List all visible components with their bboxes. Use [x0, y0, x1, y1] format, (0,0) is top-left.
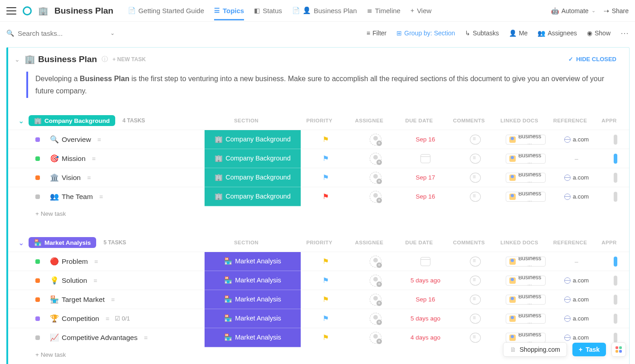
- doc-chip[interactable]: Business ...: [506, 295, 546, 305]
- new-task-pill[interactable]: + Task: [572, 343, 606, 356]
- docs-cell[interactable]: Business ...: [500, 135, 551, 145]
- col-priority[interactable]: PRIORITY: [294, 240, 344, 245]
- chevron-down-icon[interactable]: ⌄: [110, 30, 115, 36]
- priority-cell[interactable]: ⚑: [301, 135, 351, 144]
- due-cell[interactable]: Sep 16: [401, 136, 450, 143]
- ref-cell[interactable]: a.com: [551, 193, 602, 200]
- view-timeline[interactable]: ≣ Timeline: [367, 7, 401, 20]
- comments-cell[interactable]: [450, 173, 500, 183]
- assignee-cell[interactable]: [351, 191, 401, 203]
- section-cell[interactable]: 🏪 Market Analysis: [205, 252, 301, 271]
- section-cell[interactable]: 🏪 Market Analysis: [205, 309, 301, 328]
- section-cell[interactable]: 🏢 Company Background: [205, 168, 301, 187]
- task-name[interactable]: Solution: [62, 277, 87, 285]
- doc-chip[interactable]: Business ...: [506, 276, 546, 286]
- due-cell[interactable]: 5 days ago: [401, 315, 450, 322]
- due-cell[interactable]: [401, 257, 450, 266]
- reference-chip[interactable]: a.com: [564, 334, 589, 341]
- view-status[interactable]: ◧ Status: [254, 7, 282, 20]
- reference-chip[interactable]: a.com: [564, 136, 589, 143]
- appr-cell[interactable]: [602, 314, 629, 324]
- view-getting-started[interactable]: 📄 Getting Started Guide: [128, 7, 204, 20]
- task-name[interactable]: Problem: [62, 257, 88, 266]
- task-row[interactable]: 🏛️ Vision ≡ 🏢 Company Background ⚑ Sep 1…: [8, 168, 629, 187]
- appr-cell[interactable]: [602, 173, 629, 183]
- assignee-cell[interactable]: [351, 332, 401, 344]
- comments-cell[interactable]: [450, 276, 500, 286]
- ref-cell[interactable]: a.com: [551, 277, 602, 284]
- comments-cell[interactable]: [450, 257, 500, 267]
- groupby-button[interactable]: ⊞Group by: Section: [396, 29, 455, 37]
- due-date[interactable]: Sep 16: [416, 296, 435, 303]
- task-name[interactable]: Competitive Advantages: [62, 334, 137, 342]
- status-indicator[interactable]: [35, 278, 40, 283]
- ref-cell[interactable]: a.com: [551, 334, 602, 341]
- due-date[interactable]: 4 days ago: [410, 334, 440, 341]
- doc-chip[interactable]: Business ...: [506, 154, 546, 164]
- col-due[interactable]: DUE DATE: [394, 240, 444, 245]
- col-comments[interactable]: COMMENTS: [444, 240, 494, 245]
- group-chip[interactable]: 🏢 Company Background: [29, 115, 115, 126]
- ref-cell[interactable]: –: [551, 155, 602, 162]
- due-date[interactable]: Sep 16: [416, 193, 435, 200]
- description-icon[interactable]: ≡: [87, 174, 91, 181]
- col-section[interactable]: SECTION: [198, 240, 294, 245]
- task-name[interactable]: Target Market: [62, 296, 105, 304]
- doc-chip[interactable]: Business ...: [506, 314, 546, 324]
- docs-cell[interactable]: Business ...: [500, 257, 551, 267]
- assignees-button[interactable]: 👥Assignees: [537, 29, 577, 37]
- doc-chip[interactable]: Business ...: [506, 333, 546, 343]
- section-cell[interactable]: 🏪 Market Analysis: [205, 290, 301, 309]
- search-input[interactable]: [18, 29, 90, 37]
- appr-cell[interactable]: [602, 135, 629, 145]
- automate-button[interactable]: 🤖 Automate ⌄: [551, 7, 596, 15]
- doc-chip[interactable]: Business ...: [506, 257, 546, 267]
- description-icon[interactable]: ≡: [111, 296, 115, 303]
- description-icon[interactable]: ≡: [93, 277, 97, 284]
- col-section[interactable]: SECTION: [198, 118, 294, 123]
- docs-cell[interactable]: Business ...: [500, 333, 551, 343]
- section-cell[interactable]: 🏪 Market Analysis: [205, 271, 301, 290]
- docs-cell[interactable]: Business ...: [500, 173, 551, 183]
- status-indicator[interactable]: [35, 335, 40, 340]
- description-icon[interactable]: ≡: [106, 315, 109, 322]
- reference-chip[interactable]: a.com: [564, 193, 589, 200]
- col-due[interactable]: DUE DATE: [394, 118, 444, 123]
- show-button[interactable]: ◉Show: [587, 29, 611, 37]
- section-cell[interactable]: 🏢 Company Background: [205, 187, 301, 206]
- status-indicator[interactable]: [35, 259, 40, 264]
- doc-chip[interactable]: Business ...: [506, 192, 546, 202]
- docs-cell[interactable]: Business ...: [500, 192, 551, 202]
- hide-closed-button[interactable]: ✓ HIDE CLOSED: [568, 56, 623, 63]
- description-icon[interactable]: ≡: [144, 334, 147, 341]
- ref-cell[interactable]: a.com: [551, 174, 602, 181]
- more-icon[interactable]: ⋯: [620, 28, 629, 38]
- due-cell[interactable]: 5 days ago: [401, 277, 450, 284]
- assignee-cell[interactable]: [351, 275, 401, 286]
- due-cell[interactable]: Sep 17: [401, 174, 450, 181]
- section-cell[interactable]: 🏢 Company Background: [205, 130, 301, 149]
- ref-cell[interactable]: a.com: [551, 136, 602, 143]
- col-reference[interactable]: REFERENCE: [545, 118, 596, 123]
- section-cell[interactable]: 🏪 Market Analysis: [205, 328, 301, 347]
- task-row[interactable]: 🔍 Overview ≡ 🏢 Company Background ⚑ Sep …: [8, 130, 629, 149]
- logo-icon[interactable]: [23, 6, 32, 15]
- section-cell[interactable]: 🏢 Company Background: [205, 149, 301, 168]
- subtasks-button[interactable]: ↳Subtasks: [465, 29, 499, 37]
- ref-cell[interactable]: a.com: [551, 296, 602, 303]
- comments-cell[interactable]: [450, 154, 500, 164]
- col-priority[interactable]: PRIORITY: [294, 118, 344, 123]
- col-approved[interactable]: APPR: [596, 240, 623, 245]
- description-icon[interactable]: ≡: [94, 258, 98, 265]
- due-date[interactable]: 5 days ago: [410, 277, 440, 284]
- reference-chip[interactable]: a.com: [564, 296, 589, 303]
- docs-cell[interactable]: Business ...: [500, 295, 551, 305]
- ref-cell[interactable]: –: [551, 258, 602, 265]
- due-date[interactable]: 5 days ago: [410, 315, 440, 322]
- priority-cell[interactable]: ⚑: [301, 173, 351, 182]
- workspace-title[interactable]: Business Plan: [54, 6, 113, 16]
- due-cell[interactable]: Sep 16: [401, 296, 450, 303]
- assignee-cell[interactable]: [351, 153, 401, 165]
- task-row[interactable]: 🎯 Mission ≡ 🏢 Company Background ⚑ Busin…: [8, 149, 629, 168]
- col-reference[interactable]: REFERENCE: [545, 240, 596, 245]
